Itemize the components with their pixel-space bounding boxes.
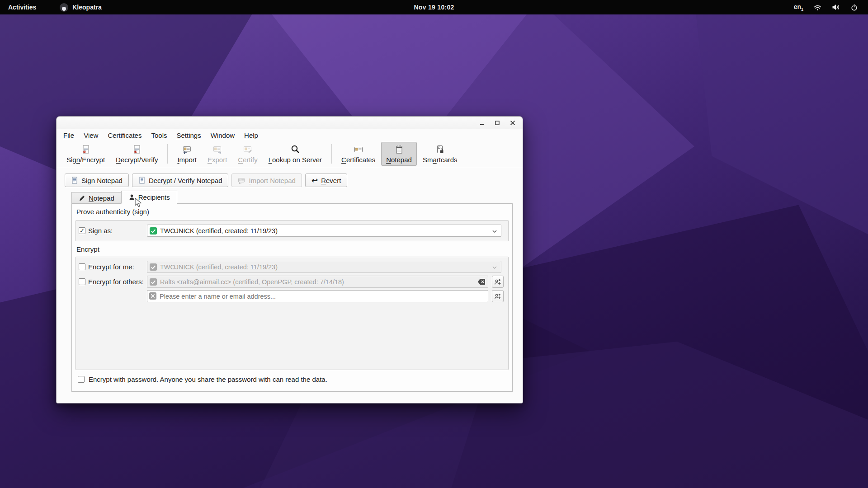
volume-icon[interactable] [832, 4, 840, 11]
add-recipient-button-2[interactable] [492, 290, 504, 302]
chevron-down-icon [492, 230, 497, 233]
encrypt-group: Encrypt for me: TWOJNICK (certified, cre… [75, 257, 509, 370]
add-recipient-button[interactable] [492, 276, 504, 288]
menu-help[interactable]: Help [244, 131, 258, 139]
window-titlebar[interactable] [57, 117, 523, 129]
maximize-button[interactable] [494, 119, 501, 127]
certificate-unknown-icon [149, 292, 156, 300]
encrypt-for-others-label: Encrypt for others: [88, 278, 144, 286]
clear-field-icon[interactable] [477, 278, 486, 285]
import-certificate-icon [182, 144, 192, 155]
menu-certificates[interactable]: Certificates [108, 131, 142, 139]
sign-as-value: TWOJNICK (certified, created: 11/19/23) [160, 227, 278, 235]
chevron-down-icon [492, 266, 497, 269]
system-status-area[interactable]: en1 [794, 0, 868, 14]
app-menu-button[interactable]: Kleopatra [60, 3, 102, 12]
menu-bar: File View Certificates Tools Settings Wi… [57, 129, 523, 141]
person-add-icon [494, 293, 501, 300]
sign-group: ✓ Sign as: TWOJNICK (certified, created:… [75, 220, 509, 241]
toolbar-smartcards[interactable]: Smartcards [418, 142, 462, 166]
toolbar-notepad[interactable]: Notepad [381, 142, 417, 166]
verify-document-icon [138, 177, 146, 184]
sign-as-checkbox[interactable]: ✓ [79, 227, 85, 234]
toolbar-import[interactable]: Import [172, 142, 202, 166]
new-recipient-input[interactable] [147, 290, 488, 302]
revert-arrow-icon: ↩ [311, 177, 318, 184]
toolbar-separator [331, 144, 332, 164]
menu-tools[interactable]: Tools [151, 131, 167, 139]
menu-window[interactable]: Window [211, 131, 235, 139]
pencil-icon [79, 195, 85, 202]
certificates-icon [354, 144, 363, 155]
export-certificate-icon [212, 144, 222, 155]
sign-section-title: Prove authenticity (sign) [76, 208, 149, 216]
notepad-tab-bar: Notepad Recipients [71, 191, 177, 204]
sign-as-label: Sign as: [88, 227, 113, 235]
clock[interactable]: Nov 19 10:02 [414, 4, 454, 11]
keyboard-layout-indicator[interactable]: en1 [794, 3, 803, 12]
recipient-value: Ralts <ralts@airmail.cc> (certified, Ope… [160, 278, 344, 286]
sign-document-icon [71, 177, 78, 184]
encrypt-with-password-checkbox[interactable] [78, 376, 85, 383]
toolbar-certify[interactable]: Certify [233, 142, 262, 166]
search-icon [290, 144, 300, 155]
sign-notepad-button[interactable]: Sign Notepad [65, 174, 129, 187]
menu-file[interactable]: File [63, 131, 74, 139]
kleopatra-window: File View Certificates Tools Settings Wi… [56, 116, 523, 404]
close-button[interactable] [509, 119, 516, 127]
encrypt-section-title: Encrypt [76, 245, 99, 253]
toolbar-sign-encrypt[interactable]: Sign/Encrypt [61, 142, 110, 166]
notepad-actions: Sign Notepad Decrypt / Verify Notepad [65, 174, 347, 187]
smartcards-icon [435, 144, 445, 155]
power-icon[interactable] [850, 4, 858, 11]
encrypt-for-me-checkbox[interactable] [79, 263, 85, 270]
tab-notepad[interactable]: Notepad [71, 192, 121, 204]
sign-encrypt-icon [81, 144, 91, 155]
decrypt-verify-icon [132, 144, 142, 155]
person-add-icon [494, 278, 501, 286]
tab-recipients[interactable]: Recipients [121, 191, 177, 204]
recipients-panel: Prove authenticity (sign) ✓ Sign as: TWO… [71, 203, 513, 392]
toolbar-decrypt-verify[interactable]: Decrypt/Verify [111, 142, 163, 166]
encrypt-for-others-checkbox[interactable] [79, 278, 85, 285]
minimize-button[interactable] [478, 119, 486, 127]
activities-button[interactable]: Activities [8, 4, 36, 11]
sign-as-combobox[interactable]: TWOJNICK (certified, created: 11/19/23) [147, 225, 501, 237]
encrypt-with-password-row: Encrypt with password. Anyone you share … [78, 375, 327, 383]
import-card-icon [238, 177, 245, 184]
toolbar-lookup-on-server[interactable]: Lookup on Server [264, 142, 327, 166]
certify-icon [243, 144, 253, 155]
revert-button[interactable]: ↩ Revert [305, 174, 347, 187]
notepad-icon [394, 144, 404, 155]
menu-settings[interactable]: Settings [177, 131, 201, 139]
menu-view[interactable]: View [84, 131, 98, 139]
encrypt-with-password-label: Encrypt with password. Anyone you share … [89, 375, 327, 383]
mouse-cursor [134, 197, 144, 208]
import-notepad-button[interactable]: Import Notepad [231, 174, 302, 187]
recipient-entry-field: Ralts <ralts@airmail.cc> (certified, Ope… [147, 276, 488, 288]
certificate-valid-icon-disabled [150, 278, 157, 286]
toolbar-export[interactable]: Export [203, 142, 232, 166]
certificate-valid-icon [150, 227, 157, 235]
gnome-top-bar: Activities Kleopatra Nov 19 10:02 en1 [0, 0, 868, 14]
wifi-icon[interactable] [813, 4, 822, 11]
decrypt-verify-notepad-button[interactable]: Decrypt / Verify Notepad [132, 174, 229, 187]
encrypt-for-me-label: Encrypt for me: [88, 263, 134, 271]
main-toolbar: Sign/Encrypt Decrypt/Verify [57, 141, 523, 167]
encrypt-for-me-value: TWOJNICK (certified, created: 11/19/23) [160, 263, 278, 271]
certificate-valid-icon-disabled [150, 263, 157, 271]
app-menu-label: Kleopatra [72, 4, 102, 11]
toolbar-separator [167, 144, 168, 164]
toolbar-certificates[interactable]: Certificates [336, 142, 380, 166]
kleopatra-icon [60, 3, 68, 12]
encrypt-for-me-combobox: TWOJNICK (certified, created: 11/19/23) [147, 261, 501, 273]
